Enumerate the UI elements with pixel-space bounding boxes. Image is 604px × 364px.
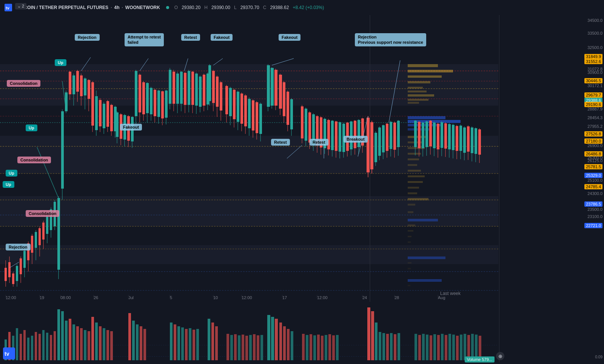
annotation-fakeout-1: Fakeout [211,34,233,41]
close-label: C [263,5,267,10]
price-29679: 29679.7 [584,92,602,98]
svg-rect-285 [203,75,205,106]
svg-text:Jul: Jul [128,295,134,300]
svg-rect-205 [414,121,417,147]
svg-rect-396 [275,319,278,360]
open-label: O [174,5,178,10]
svg-rect-370 [136,324,139,360]
svg-rect-371 [140,326,142,360]
svg-rect-377 [185,329,188,360]
svg-rect-195 [382,125,385,152]
svg-rect-101 [139,75,141,112]
svg-rect-375 [177,326,180,360]
svg-rect-239 [478,129,481,155]
svg-rect-163 [290,99,293,129]
svg-rect-119 [191,72,194,105]
svg-rect-374 [174,324,176,360]
price-29190: 29190.6 [584,102,602,107]
svg-rect-287 [206,74,209,104]
svg-rect-185 [339,122,341,152]
svg-rect-189 [370,122,373,169]
svg-rect-73 [69,72,71,94]
svg-rect-255 [42,223,45,240]
price-25329: 25329.0 [584,173,602,178]
svg-rect-356 [69,319,71,360]
svg-rect-215 [433,123,436,148]
price-scale-volume: 0.09 [499,302,604,362]
svg-rect-209 [422,123,424,148]
svg-rect-417 [390,333,393,360]
svg-rect-379 [193,330,195,360]
price-28887: 28887.9 [587,107,602,111]
svg-rect-283 [199,77,202,107]
price-23500: 23500.0 [587,207,602,212]
volume-svg [0,302,498,362]
svg-rect-245 [23,251,26,268]
svg-rect-225 [452,125,455,150]
svg-text:24: 24 [362,295,367,300]
svg-rect-384 [226,334,229,360]
svg-rect-117 [188,71,190,105]
svg-rect-253 [39,228,41,245]
svg-rect-408 [328,334,331,360]
svg-rect-241 [16,266,18,281]
svg-rect-25 [408,75,442,78]
svg-rect-99 [135,71,137,116]
svg-rect-213 [429,121,432,146]
price-30172: 30172.1 [587,83,602,88]
annotation-rejection-2: RejectionPrevious support now resistance [355,33,426,46]
price-scale: 34500.0 33500.0 32500.0 31849.9 31552.6 … [499,15,604,302]
svg-rect-139 [240,94,243,124]
svg-rect-376 [181,327,184,360]
svg-rect-414 [379,332,381,360]
svg-rect-354 [61,311,64,360]
price-change: +8.42 (+0.03%) [293,5,324,10]
zoom-badge[interactable]: ⌄ 2 [15,3,26,9]
svg-rect-28 [408,91,427,92]
open-value: 29380.20 [182,5,200,10]
svg-rect-345 [27,338,29,360]
svg-rect-275 [154,90,156,116]
svg-rect-203 [397,121,400,147]
price-34500: 34500.0 [587,18,602,23]
tradingview-logo: tv [3,2,14,13]
svg-text:08:00: 08:00 [60,295,71,300]
price-26900: 26900.0 [587,143,602,148]
annotation-consolidation-1: Consolidation [7,80,40,87]
svg-rect-57 [408,268,411,269]
svg-text:5: 5 [170,295,172,300]
svg-rect-413 [375,323,378,360]
svg-rect-365 [103,328,105,360]
price-27180: 27180.0 [584,138,602,144]
svg-rect-401 [302,334,305,360]
svg-rect-47 [408,198,428,200]
annotation-rejection-1: Rejection [75,34,100,41]
high-value: 29390.00 [211,5,230,10]
svg-rect-6 [0,196,498,226]
svg-rect-243 [20,258,22,274]
svg-rect-352 [54,331,56,360]
svg-rect-89 [99,100,102,126]
compass-icon[interactable]: ⊕ [496,352,504,360]
chart-area: 12:00 19 08:00 26 Jul 5 10 12:00 17 12:0… [0,15,498,302]
high-label: H [204,5,208,10]
svg-rect-127 [216,77,219,107]
svg-rect-34 [408,124,442,126]
svg-rect-263 [116,112,119,137]
svg-rect-63 [8,262,11,277]
svg-rect-281 [165,91,168,118]
price-28454: 28454.3 [587,115,602,120]
svg-rect-111 [176,74,179,104]
svg-rect-149 [259,104,262,134]
svg-rect-343 [20,334,22,360]
svg-rect-29 [408,94,434,97]
svg-rect-91 [103,104,105,128]
svg-rect-199 [390,122,392,149]
svg-rect-411 [367,307,370,360]
svg-rect-207 [418,122,421,148]
svg-rect-32 [408,116,445,119]
svg-rect-48 [408,204,415,206]
svg-rect-227 [456,126,458,151]
price-23786: 23786.5 [584,201,602,207]
svg-rect-30 [408,99,428,101]
